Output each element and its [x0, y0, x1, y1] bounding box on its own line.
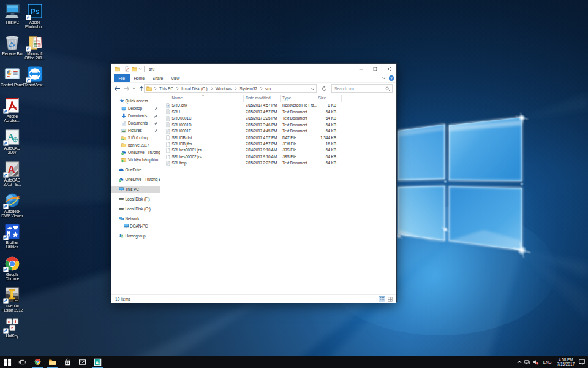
desktop-icon-autocad-2012[interactable]: AutoCAD2012 - E... [0, 161, 26, 187]
breadcrumb-item[interactable]: This PC [157, 86, 176, 91]
ribbon-tab-file[interactable]: File [114, 74, 130, 82]
customize-qat-chevron-icon[interactable] [138, 67, 142, 71]
desktop-icon-adobe-acrobat[interactable]: AdobeAcrobat... [0, 97, 26, 123]
ribbon-tab-share[interactable]: Share [148, 74, 167, 82]
tray-volume-button[interactable] [532, 356, 540, 368]
desktop-icon-microsoft-office[interactable]: MicrosoftOffice 201... [21, 34, 48, 61]
taskbar-file-explorer-button[interactable] [45, 356, 61, 368]
file-row[interactable]: SRUres00002.jrs 7/14/2017 9:10 AM JRS Fi… [160, 154, 397, 160]
nav-item-quick-access-star[interactable]: Quick access [111, 98, 160, 105]
address-dropdown-chevron-icon[interactable] [311, 88, 315, 91]
nav-item-folder-synced[interactable]: 5 lỗi ổ cứng [111, 134, 160, 142]
tray-network-button[interactable] [523, 356, 532, 368]
file-row[interactable]: SRUDB.jfm 7/15/2017 4:57 PM JFM File 16 … [160, 141, 397, 147]
file-row[interactable]: SRU0001C 7/15/2017 3:25 PM Text Document… [160, 115, 397, 121]
action-center-button[interactable] [577, 356, 587, 368]
shortcut-arrow-icon [26, 77, 31, 83]
title-bar[interactable]: sru [111, 64, 396, 74]
address-bar[interactable]: This PCLocal Disk (C:)WindowsSystem32sru [144, 84, 317, 93]
desktop-icon-unikey[interactable]: UniKey [0, 316, 26, 338]
file-row[interactable]: SRU0001E 7/15/2017 4:45 PM Text Document… [160, 128, 397, 134]
large-icons-view-button[interactable] [386, 296, 393, 302]
homegroup-icon [119, 233, 124, 239]
show-hidden-icons-button[interactable] [516, 356, 523, 368]
column-header-type[interactable]: Type [282, 96, 291, 100]
desktop-icon-label: TeamView... [21, 83, 48, 87]
nav-item-onedrive-synced[interactable]: OneDrive - Trường Đ [111, 149, 160, 156]
file-row[interactable]: SRUtmp 7/15/2017 2:22 PM Text Document 6… [160, 160, 397, 166]
help-button[interactable]: ? [389, 75, 394, 81]
expand-ribbon-chevron-icon[interactable] [382, 77, 386, 80]
nav-item-folder[interactable]: ban ve 2017 [111, 142, 160, 149]
recent-locations-chevron-icon[interactable] [132, 87, 136, 90]
desktop-icon-autodesk-dwf-viewer[interactable]: AutodeskDWF Viewer [0, 192, 26, 218]
clock[interactable]: 4:58 PM 7/15/2017 [555, 356, 577, 368]
minimize-button[interactable] [354, 64, 368, 74]
back-button-icon[interactable] [114, 86, 121, 91]
task-view-icon [18, 358, 26, 366]
nav-item-folder-synced[interactable]: Vô hiệu bàn phím [111, 156, 160, 164]
search-input[interactable] [332, 85, 392, 92]
ribbon-tab-home[interactable]: Home [130, 74, 148, 82]
nav-item-onedrive-synced[interactable]: OneDrive - Trường Đ. [111, 176, 160, 183]
nav-item-network-pc[interactable]: DOAN-PC [111, 223, 160, 230]
desktop-icon-autocad-2007[interactable]: AutoCAD2007 [0, 129, 26, 155]
ribbon-tab-view[interactable]: View [167, 74, 184, 82]
forward-button-icon[interactable] [123, 86, 130, 91]
column-divider[interactable] [317, 95, 317, 102]
desktop-icon-art [3, 66, 21, 83]
column-header-size[interactable]: Size [318, 96, 326, 100]
taskbar-task-view-button[interactable] [15, 356, 31, 368]
new-folder-button-icon[interactable] [132, 66, 137, 72]
nav-item-homegroup[interactable]: Homegroup [111, 232, 160, 240]
details-view-button[interactable] [379, 296, 385, 302]
taskbar-google-chrome-button[interactable] [30, 356, 45, 368]
breadcrumb-item[interactable]: sru [263, 86, 273, 91]
file-row[interactable]: SRU.chk 7/15/2017 4:57 PM Recovered File… [160, 102, 397, 109]
desktop-icon-inventor-fusion[interactable]: InventorFusion 2012 [0, 286, 26, 313]
taskbar-app-a-button[interactable] [90, 356, 105, 368]
desktop-icon-google-chrome[interactable]: GoogleChrome [0, 255, 26, 282]
language-indicator[interactable]: ENG [540, 356, 555, 368]
column-divider[interactable] [341, 95, 342, 102]
nav-item-pictures[interactable]: Pictures [111, 127, 160, 134]
taskbar-mail-button[interactable] [75, 356, 91, 368]
desktop-icon-label: UniKey [0, 334, 26, 338]
nav-item-label: OneDrive - Trường Đ [128, 150, 160, 155]
maximize-button[interactable] [368, 64, 382, 74]
details-view-icon [380, 297, 385, 302]
nav-item-this-pc-small[interactable]: This PC [111, 186, 160, 193]
nav-item-downloads[interactable]: Downloads [111, 112, 160, 120]
tray-date: 7/15/2017 [557, 362, 575, 366]
text-document-icon [165, 129, 171, 134]
desktop-icon-brother-utilities[interactable]: BrotherUtilities [0, 223, 26, 250]
refresh-button[interactable] [320, 84, 328, 93]
file-row[interactable]: SRU 7/15/2017 4:57 PM Text Document 64 K… [160, 109, 397, 115]
nav-item-network[interactable]: Network [111, 215, 160, 223]
breadcrumb-item[interactable]: Local Disk (C:) [179, 86, 210, 91]
file-size: 64 KB [302, 161, 339, 165]
nav-item-local-disk[interactable]: Local Disk (G:) [111, 205, 160, 213]
breadcrumb-item[interactable]: System32 [237, 86, 260, 91]
column-divider[interactable] [243, 95, 244, 102]
nav-item-documents[interactable]: Documents [111, 120, 160, 127]
file-name: SRUDB.dat [172, 136, 192, 140]
desktop-icon-teamviewer[interactable]: TeamView... [21, 66, 48, 87]
column-divider[interactable] [280, 95, 281, 102]
column-header-name[interactable]: Name [172, 96, 183, 100]
taskbar-start-button[interactable] [0, 356, 15, 368]
desktop-icon-adobe-photoshop[interactable]: AdobePhotosho... [21, 3, 48, 29]
navigation-buttons [114, 85, 145, 93]
file-row[interactable]: SRUDB.dat 7/15/2017 4:57 PM DAT File 1,3… [160, 134, 397, 140]
nav-item-local-disk[interactable]: Local Disk (F:) [111, 196, 160, 203]
taskbar-microsoft-store-button[interactable] [60, 356, 75, 368]
file-row[interactable]: SRUres00001.jrs 7/14/2017 9:10 AM JRS Fi… [160, 147, 397, 153]
search-box[interactable] [331, 84, 393, 93]
file-row[interactable]: SRU0001D 7/15/2017 3:46 PM Text Document… [160, 121, 397, 128]
column-header-date-modified[interactable]: Date modified [246, 96, 271, 100]
breadcrumb-item[interactable]: Windows [213, 86, 234, 91]
properties-button-icon[interactable] [124, 66, 130, 72]
nav-item-desktop[interactable]: Desktop [111, 105, 160, 112]
nav-item-onedrive[interactable]: OneDrive [111, 166, 160, 174]
close-button[interactable] [382, 64, 396, 74]
